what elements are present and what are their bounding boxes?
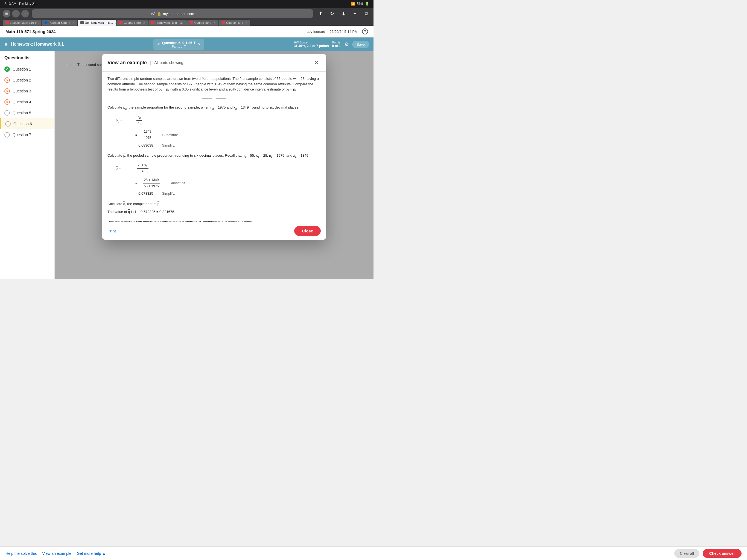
new-tab-btn[interactable]: + — [351, 9, 359, 18]
tab-4[interactable]: Course Hero ✕ — [117, 20, 148, 26]
homework-label: Homework: Homework 9.1 — [11, 42, 64, 47]
points-value: 0 of 1 — [332, 44, 341, 48]
modal-subtitle: All parts showing — [154, 60, 183, 65]
p2-step1-annotation: Substitute. — [162, 132, 179, 138]
points-label: Points: — [332, 41, 341, 44]
section2-formula: p = x1 + x2 n1 + n2 = 28 + 1349 — [115, 162, 321, 197]
pbar-step1-annotation: Substitute. — [170, 180, 186, 186]
sidebar-item-q1[interactable]: ✓ Question 1 — [0, 64, 54, 75]
tab-6-label: Course Hero — [195, 21, 211, 24]
modal-title: View an example — [107, 60, 147, 66]
pbar-result: = 0.678325 — [135, 190, 153, 197]
tab-2[interactable]: Pearson Sign In ✕ — [42, 20, 77, 26]
p2-label: p̂2 = — [115, 117, 132, 124]
tab-6[interactable]: Course Hero ✕ — [187, 20, 218, 26]
tab-1-label: L.Louie_Math 119-9... — [10, 21, 39, 24]
modal-close-btn[interactable]: ✕ — [312, 58, 321, 67]
tab-4-close[interactable]: ✕ — [143, 21, 145, 24]
tab-2-close[interactable]: ✕ — [72, 21, 74, 24]
pbar-step2-annotation: Simplify. — [162, 190, 175, 197]
homework-name: Homework 9.1 — [34, 42, 64, 47]
download-btn[interactable]: ⬇ — [339, 9, 348, 18]
p2-fraction: x2 n2 — [136, 114, 142, 127]
tabs-btn[interactable]: ⧉ — [362, 9, 371, 18]
next-question-btn[interactable]: > — [198, 42, 200, 47]
browser-chrome: ⊞ ‹ › AA 🔒 mylab.pearson.com ⬆ ↻ ⬇ + ⧉ L… — [0, 8, 374, 26]
menu-icon-btn[interactable]: ≡ — [4, 41, 8, 48]
section4-prompt: Use the formula given above to calculate… — [107, 219, 321, 222]
tab-4-label: Course Hero — [124, 21, 140, 24]
sidebar-item-q7[interactable]: Question 7 — [0, 129, 54, 140]
sidebar-item-q5[interactable]: Question 5 — [0, 107, 54, 119]
section-p2: Calculate p2, the sample proportion for … — [107, 104, 321, 149]
battery-icon: 🔋 — [365, 2, 369, 6]
share-btn[interactable]: ⬆ — [316, 9, 325, 18]
modal-intro-text: Two different simple random samples are … — [107, 76, 321, 92]
section-pbar: Calculate p, the pooled sample proportio… — [107, 152, 321, 197]
pbar-fraction: x1 + x2 n1 + n2 — [136, 162, 149, 175]
section-z: Use the formula given above to calculate… — [107, 219, 321, 222]
q5-status-icon — [4, 110, 10, 116]
p2-step2-annotation: Simplify. — [162, 142, 175, 149]
tab-5[interactable]: Homework Help - Q... ✕ — [149, 20, 187, 26]
tab-7[interactable]: Course Hero ✕ — [219, 20, 250, 26]
tab-1[interactable]: L.Louie_Math 119-9... ✕ — [3, 20, 41, 26]
back-btn[interactable]: ‹ — [12, 10, 20, 18]
sidebar-toggle-btn[interactable]: ⊞ — [3, 10, 10, 18]
status-bar: 2:13 AM Tue May 21 ··· 📶 51% 🔋 — [0, 0, 374, 8]
close-modal-button[interactable]: Close — [294, 226, 321, 236]
sidebar-item-q2[interactable]: ✕ Question 2 — [0, 75, 54, 85]
user-name: aby leonard — [307, 29, 325, 34]
q7-status-icon — [4, 132, 10, 137]
section3-detail: The value of q is 1 − 0.678325 = 0.32167… — [107, 209, 321, 215]
print-button[interactable]: Print — [107, 229, 116, 233]
hw-score-value: 31.46%, 2.2 of 7 points — [294, 44, 329, 48]
q1-label: Question 1 — [12, 67, 31, 71]
app-header: ≡ Homework: Homework 9.1 < Question 6, 9… — [0, 37, 374, 51]
wifi-icon: 📶 — [351, 2, 355, 6]
content-area: tribute. The second sample consists of l… — [55, 51, 374, 279]
modal-body: Two different simple random samples are … — [102, 72, 326, 222]
sidebar-item-q6[interactable]: Question 6 — [0, 119, 54, 129]
battery-level: 51% — [357, 2, 363, 6]
tab-5-label: Homework Help - Q... — [156, 21, 185, 24]
q2-status-icon: ✕ — [4, 77, 10, 83]
q2-label: Question 2 — [12, 78, 31, 82]
status-day: Tue May 21 — [19, 2, 36, 6]
sidebar-item-q3[interactable]: ✕ Question 3 — [0, 85, 54, 97]
q3-status-icon: ✕ — [4, 88, 10, 94]
example-modal: View an example | All parts showing ✕ Tw… — [102, 54, 326, 240]
q4-label: Question 4 — [12, 100, 31, 104]
tab-6-close[interactable]: ✕ — [213, 21, 216, 24]
main-layout: Question list ✓ Question 1 ✕ Question 2 … — [0, 51, 374, 279]
pbar-substituted: 28 + 1349 55 + 1975 — [143, 177, 160, 189]
help-icon-btn[interactable]: ? — [362, 28, 368, 34]
sidebar-item-q4[interactable]: ✕ Question 4 — [0, 97, 54, 107]
tab-3-close[interactable]: ✕ — [115, 21, 116, 24]
url-text: mylab.pearson.com — [163, 12, 194, 16]
section1-prompt: Calculate p2, the sample proportion for … — [107, 104, 321, 111]
url-bar[interactable]: AA 🔒 mylab.pearson.com — [32, 9, 313, 18]
prev-question-btn[interactable]: < — [157, 42, 160, 47]
q6-status-icon — [5, 121, 11, 127]
q3-label: Question 3 — [12, 89, 31, 93]
modal-overlay: View an example | All parts showing ✕ Tw… — [55, 51, 374, 279]
save-button[interactable]: Save — [352, 41, 369, 48]
tab-3[interactable]: Do Homework - Ho... ✕ — [78, 20, 116, 26]
section3-prompt: Calculate q, the complement of p. — [107, 201, 321, 207]
reload-btn[interactable]: ↻ — [328, 9, 336, 18]
status-dots: ··· — [192, 2, 195, 6]
modal-divider-pipe: | — [150, 60, 151, 65]
aa-label: AA — [151, 12, 155, 16]
settings-icon-btn[interactable]: ⚙ — [344, 41, 349, 47]
lock-icon: 🔒 — [157, 12, 161, 16]
tab-7-close[interactable]: ✕ — [245, 21, 248, 24]
section2-prompt: Calculate p, the pooled sample proportio… — [107, 152, 321, 159]
modal-header: View an example | All parts showing ✕ — [102, 54, 326, 72]
section1-formula: p̂2 = x2 n2 = 1349 — [115, 114, 321, 149]
p2-result: = 0.683038 — [135, 142, 153, 149]
question-label: Question 6, 9.1.26-T — [162, 41, 196, 45]
modal-footer: Print Close — [102, 222, 326, 240]
forward-btn[interactable]: › — [21, 10, 29, 18]
date-time: 05/20/24 5:14 PM — [330, 29, 358, 34]
